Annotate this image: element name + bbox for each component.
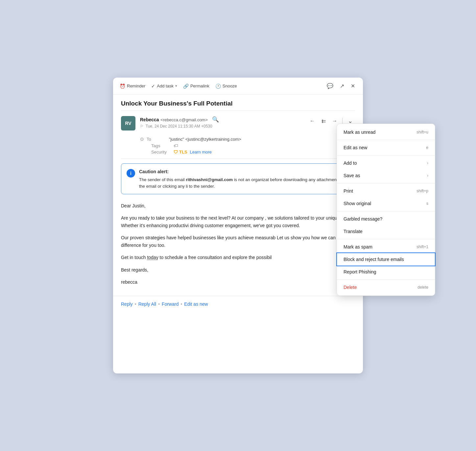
menu-garbled[interactable]: Garbled message? [337,213,435,225]
reply-button[interactable]: ← [307,116,317,126]
menu-divider-5 [337,239,435,239]
menu-save-as-label: Save as [344,173,360,178]
menu-add-to[interactable]: Add to › [337,157,435,169]
arrow-right-icon: › [427,161,428,165]
menu-divider-1 [337,140,435,140]
reply-all-bottom-button[interactable]: Reply All [138,301,156,307]
sender-email: <rebecca.c@gmail.com> [160,117,208,122]
security-row: Security 🛡 TLS Learn more [113,149,363,155]
expand-details-button[interactable]: ⊙ [140,136,144,142]
menu-divider-6 [337,279,435,280]
caution-body: The sender of this email rithivashni@gma… [139,177,349,189]
email-closing: Best regards, [121,266,355,274]
permalink-button[interactable]: 🔗 Permalink [183,83,209,89]
email-greeting: Dear Justin, [121,202,355,210]
sender-date: 🏳 Tue, 24 Dec 2024 11:15:30 AM +0530 [140,124,303,129]
today-text: today [147,255,158,260]
menu-mark-spam[interactable]: Mark as spam shift+1 [337,241,435,253]
caution-icon: i [127,169,135,178]
menu-delete-shortcut: delete [417,285,428,290]
menu-edit-as-new-label: Edit as new [344,145,367,150]
reply-bottom-button[interactable]: Reply [121,301,133,307]
dot-3: • [180,301,182,307]
email-para1: Are you ready to take your business to t… [121,214,355,229]
email-subject: Unlock Your Business's Full Potential [113,95,363,110]
menu-mark-unread[interactable]: Mark as unread shift+u [337,126,435,138]
menu-save-as[interactable]: Save as › [337,169,435,182]
bottom-toolbar: Reply • Reply All • Forward • Edit as ne… [113,296,363,312]
email-window: ⏰ Reminder ✓ Add task ▾ 🔗 Permalink 🕐 Sn… [113,78,363,373]
reminder-icon: ⏰ [120,83,125,89]
email-toolbar: ⏰ Reminder ✓ Add task ▾ 🔗 Permalink 🕐 Sn… [113,78,363,95]
menu-block-reject[interactable]: Block and reject future emails [337,253,435,266]
menu-report-phishing-label: Report Phishing [344,269,376,274]
to-value: "justinc" <justinc@zylkertraining.com> [169,137,241,142]
menu-divider-4 [337,211,435,211]
chevron-down-icon: ⊙ [140,136,144,142]
email-para3: Get in touch today to schedule a free co… [121,254,355,261]
dot-1: • [135,301,136,307]
arrow-right-icon-2: › [427,173,428,178]
menu-print-label: Print [344,188,353,194]
menu-mark-spam-label: Mark as spam [344,244,372,249]
expand-icon[interactable]: ↗ [339,82,345,90]
menu-show-original[interactable]: Show original s [337,197,435,210]
clock-icon: 🕐 [215,83,221,89]
menu-edit-as-new[interactable]: Edit as new e [337,141,435,154]
learn-more-link[interactable]: Learn more [190,150,212,154]
menu-show-original-label: Show original [344,201,371,206]
reminder-button[interactable]: ⏰ Reminder [120,83,145,89]
caution-title: Caution alert: [139,168,349,175]
check-icon: ✓ [151,83,155,89]
add-task-button[interactable]: ✓ Add task ▾ [151,83,177,89]
menu-add-to-label: Add to [344,160,357,166]
nav-divider [342,118,343,124]
caution-text: Caution alert: The sender of this email … [139,168,349,189]
tls-badge: 🛡 TLS [174,150,187,154]
to-row: ⊙ To "justinc" <justinc@zylkertraining.c… [113,136,363,142]
email-para2: Our proven strategies have helped busine… [121,234,355,249]
menu-mark-unread-label: Mark as unread [344,130,375,135]
reply-all-button[interactable]: ⇇ [319,116,328,126]
tags-label: Tags [151,143,171,148]
search-sender-button[interactable]: 🔍 [212,116,219,123]
menu-edit-shortcut: e [426,145,428,150]
close-icon[interactable]: ✕ [349,82,356,90]
email-body: Dear Justin, Are you ready to take your … [113,199,363,296]
menu-print[interactable]: Print shift+p [337,185,435,197]
dropdown-menu: Mark as unread shift+u Edit as new e Add… [337,124,435,296]
sender-info: Rebecca <rebecca.c@gmail.com> 🔍 🏳 Tue, 2… [140,116,303,129]
menu-show-original-shortcut: s [426,201,428,206]
email-name: rebecca [121,278,355,286]
body-divider [121,158,355,159]
menu-delete[interactable]: Delete delete [337,281,435,294]
menu-print-shortcut: shift+p [416,189,428,193]
menu-spam-shortcut: shift+1 [416,245,428,249]
menu-translate[interactable]: Translate [337,225,435,238]
dropdown-arrow-icon: ▾ [175,84,177,88]
to-label: To [147,137,166,142]
dot-2: • [158,301,160,307]
menu-translate-label: Translate [344,229,363,234]
shield-icon: 🛡 [174,150,178,154]
menu-mark-unread-shortcut: shift+u [416,130,428,134]
avatar: RV [121,116,135,131]
menu-block-reject-label: Block and reject future emails [344,257,404,262]
snooze-button[interactable]: 🕐 Snooze [215,83,237,89]
link-icon: 🔗 [183,83,189,89]
flag-icon: 🏳 [140,124,144,129]
sender-name: Rebecca [140,117,159,122]
toolbar-right-actions: 💬 ↗ ✕ [325,82,356,90]
tag-icon[interactable]: 🏷 [174,143,178,148]
menu-divider-3 [337,183,435,183]
edit-as-new-bottom-button[interactable]: Edit as new [184,301,208,307]
forward-bottom-button[interactable]: Forward [162,301,178,307]
menu-report-phishing[interactable]: Report Phishing [337,266,435,278]
security-label: Security [151,150,171,154]
email-header: RV Rebecca <rebecca.c@gmail.com> 🔍 🏳 Tue… [113,111,363,136]
menu-divider-2 [337,155,435,155]
caution-alert: i Caution alert: The sender of this emai… [121,163,355,194]
menu-delete-label: Delete [344,285,357,290]
menu-garbled-label: Garbled message? [344,216,382,222]
chat-icon[interactable]: 💬 [325,82,335,90]
